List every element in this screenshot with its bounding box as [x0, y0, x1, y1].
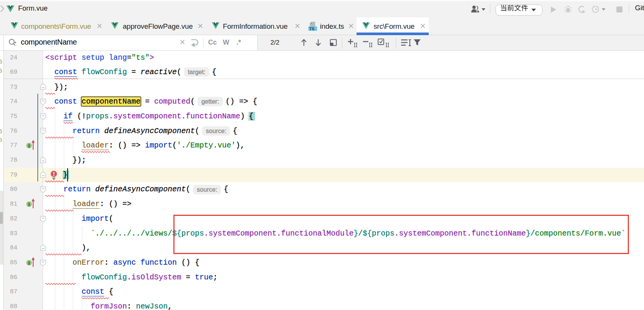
- svg-text:I: I: [28, 143, 30, 149]
- svg-text:TS: TS: [309, 26, 314, 31]
- svg-text:I: I: [28, 260, 30, 266]
- svg-text:I: I: [28, 202, 30, 207]
